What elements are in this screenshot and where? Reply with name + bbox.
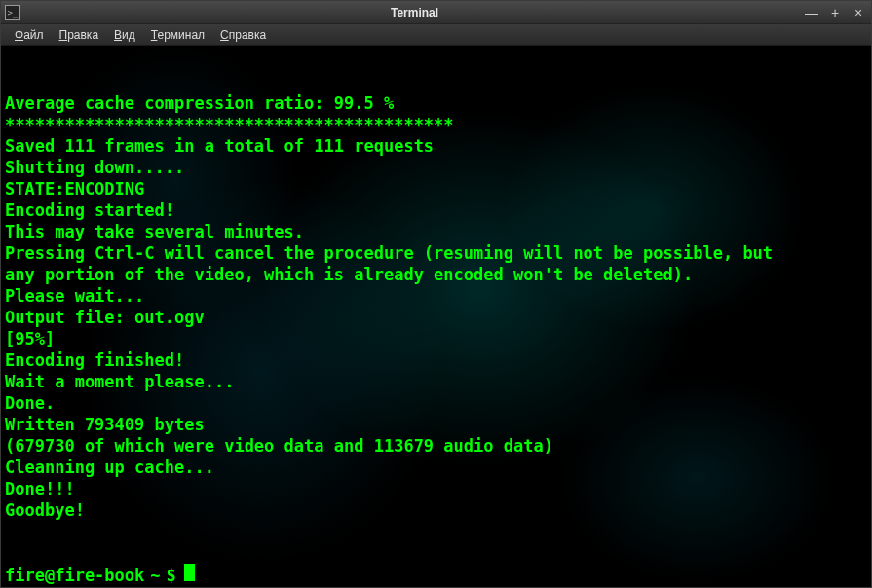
output-line: Shutting down..... <box>5 157 867 178</box>
prompt-user-host: fire@fire-book <box>5 565 144 586</box>
output-line: ****************************************… <box>5 114 867 135</box>
menu-text: ид <box>122 28 135 42</box>
output-line: any portion of the video, which is alrea… <box>5 264 867 285</box>
menu-edit[interactable]: Правка <box>54 26 105 44</box>
output-line: Cleanning up cache... <box>5 457 867 478</box>
output-line: STATE:ENCODING <box>5 178 867 200</box>
output-line: Encoding started! <box>5 200 867 221</box>
cursor <box>184 564 195 581</box>
minimize-button[interactable]: — <box>803 5 820 20</box>
terminal-viewport[interactable]: Average cache compression ratio: 99.5 %*… <box>1 46 871 587</box>
output-line: This may take several minutes. <box>5 221 867 242</box>
titlebar[interactable]: >_ Terminal — + × <box>1 1 871 24</box>
menu-underline: С <box>220 28 229 42</box>
output-line: Written 793409 bytes <box>5 414 867 435</box>
output-line: [95%] <box>5 328 867 349</box>
close-button[interactable]: × <box>850 5 867 20</box>
output-line: (679730 of which were video data and 113… <box>5 435 867 457</box>
maximize-button[interactable]: + <box>826 5 844 20</box>
output-line: Pressing Ctrl-C will cancel the procedur… <box>5 242 867 264</box>
menu-help[interactable]: Справка <box>214 26 272 44</box>
menu-text: айл <box>23 28 43 42</box>
output-line: Done!!! <box>5 478 867 499</box>
terminal-window: >_ Terminal — + × Файл Правка Вид Термин… <box>0 0 872 588</box>
window-title: Terminal <box>26 6 803 19</box>
menu-underline: В <box>114 28 122 42</box>
menubar: Файл Правка Вид Терминал Справка <box>1 24 871 46</box>
output-line: Please wait... <box>5 285 867 307</box>
terminal-output: Average cache compression ratio: 99.5 %*… <box>5 92 867 521</box>
prompt-symbol: $ <box>167 565 176 586</box>
output-line: Encoding finished! <box>5 349 867 371</box>
output-line: Goodbye! <box>5 499 867 521</box>
menu-terminal[interactable]: Терминал <box>145 26 210 44</box>
output-line: Done. <box>5 392 867 414</box>
menu-text: правка <box>229 28 266 42</box>
window-controls: — + × <box>803 5 867 20</box>
app-icon: >_ <box>5 5 20 20</box>
menu-file[interactable]: Файл <box>9 26 50 44</box>
menu-text: ерминал <box>157 28 205 42</box>
output-line: Saved 111 frames in a total of 111 reque… <box>5 135 867 157</box>
prompt-path: ~ <box>150 565 160 586</box>
output-line: Output file: out.ogv <box>5 307 867 328</box>
menu-underline: Ф <box>15 28 23 42</box>
output-line: Average cache compression ratio: 99.5 % <box>5 92 867 114</box>
prompt-line: fire@fire-book ~ $ <box>5 564 867 586</box>
menu-view[interactable]: Вид <box>108 26 141 44</box>
menu-underline: П <box>59 28 68 42</box>
output-line: Wait a moment please... <box>5 371 867 392</box>
menu-text: равка <box>67 28 98 42</box>
